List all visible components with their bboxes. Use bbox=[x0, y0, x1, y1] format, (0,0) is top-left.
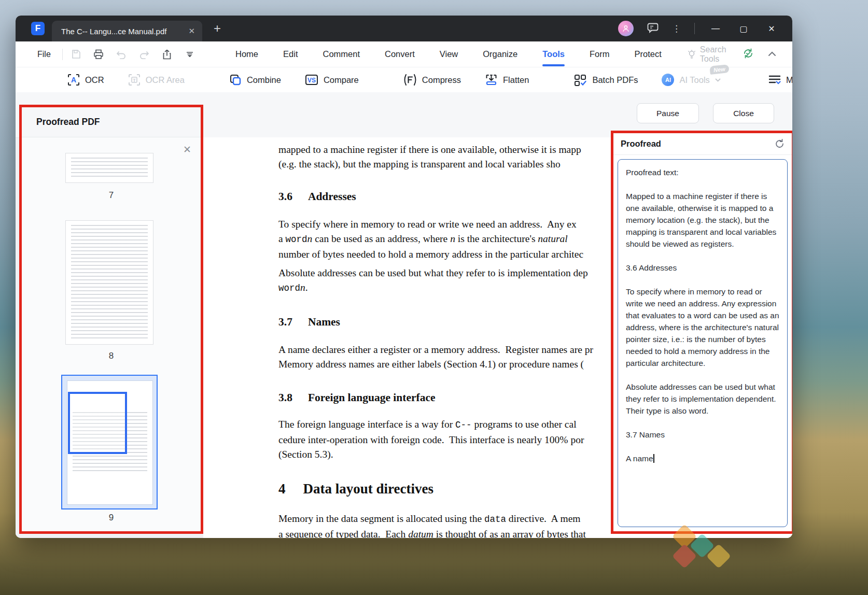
svg-text:A: A bbox=[71, 76, 76, 84]
maximize-button[interactable]: ▢ bbox=[736, 24, 751, 34]
ocr-area-label: OCR Area bbox=[146, 75, 185, 85]
undo-icon[interactable] bbox=[116, 49, 127, 60]
kebab-menu-icon[interactable]: ⋮ bbox=[672, 24, 681, 33]
redo-icon[interactable] bbox=[139, 49, 149, 60]
search-tools[interactable]: Search Tools bbox=[688, 45, 743, 64]
proofread-textarea[interactable]: Proofread text: Mapped to a machine regi… bbox=[618, 159, 788, 527]
thumbnail-content bbox=[71, 225, 148, 340]
svg-text:T: T bbox=[133, 78, 136, 83]
close-panel-icon[interactable]: ✕ bbox=[183, 144, 191, 155]
menu-form[interactable]: Form bbox=[577, 43, 622, 65]
more-button[interactable]: More bbox=[768, 74, 792, 86]
menu-comment[interactable]: Comment bbox=[310, 43, 372, 65]
batch-pdfs-label: Batch PDFs bbox=[592, 75, 638, 85]
share-icon[interactable] bbox=[162, 49, 172, 60]
ocr-area-button[interactable]: T OCR Area bbox=[128, 74, 185, 86]
collapse-toolbar-icon[interactable] bbox=[767, 50, 777, 59]
print-icon[interactable] bbox=[93, 49, 104, 60]
menubar-divider bbox=[62, 49, 63, 60]
menu-convert[interactable]: Convert bbox=[372, 43, 427, 65]
combine-label: Combine bbox=[247, 75, 281, 85]
proofread-result-panel-highlight: Proofread Proofread text: Mapped to a ma… bbox=[611, 131, 792, 534]
thumbnail-page-9-selected[interactable] bbox=[61, 375, 158, 509]
compress-label: Compress bbox=[422, 75, 461, 85]
text-cursor bbox=[653, 454, 654, 463]
ocr-label: OCR bbox=[85, 75, 104, 85]
thumbnail-content bbox=[71, 158, 148, 178]
more-label: More bbox=[786, 75, 792, 85]
pause-button[interactable]: Pause bbox=[637, 103, 699, 123]
menu-protect[interactable]: Protect bbox=[622, 43, 674, 65]
page-number: 7 bbox=[22, 190, 201, 201]
left-panel-title: Proofread PDF bbox=[36, 117, 100, 128]
flatten-label: Flatten bbox=[503, 75, 529, 85]
compress-button[interactable]: Compress bbox=[403, 74, 461, 86]
flatten-button[interactable]: Flatten bbox=[485, 74, 529, 86]
more-icon bbox=[768, 74, 781, 86]
app-window: F The C-- Langu...ce Manual.pdf ✕ + ⋮ — … bbox=[16, 16, 792, 538]
new-tab-button[interactable]: + bbox=[214, 21, 221, 36]
titlebar-divider bbox=[694, 23, 695, 34]
lightbulb-icon bbox=[688, 49, 696, 60]
sync-icon[interactable] bbox=[743, 48, 754, 61]
thumbnail-page-7[interactable] bbox=[65, 153, 153, 183]
batch-pdfs-icon bbox=[573, 74, 587, 86]
close-window-button[interactable]: ✕ bbox=[764, 24, 779, 34]
ocr-area-icon: T bbox=[128, 74, 141, 86]
menu-tools[interactable]: Tools bbox=[530, 43, 577, 65]
menu-items: Home Edit Comment Convert View Organize … bbox=[223, 43, 674, 65]
save-icon[interactable] bbox=[71, 49, 81, 60]
chevron-down-icon bbox=[715, 78, 721, 82]
menu-view[interactable]: View bbox=[427, 43, 470, 65]
compare-button[interactable]: VS Compare bbox=[305, 74, 359, 86]
thumbnail-page-8[interactable] bbox=[65, 220, 153, 345]
tab-close-icon[interactable]: ✕ bbox=[188, 26, 195, 36]
ocr-button[interactable]: A OCR bbox=[67, 74, 104, 86]
compare-icon: VS bbox=[305, 74, 318, 86]
app-logo-icon: F bbox=[31, 22, 45, 35]
avatar[interactable] bbox=[618, 21, 634, 36]
menu-organize[interactable]: Organize bbox=[470, 43, 530, 65]
close-button[interactable]: Close bbox=[713, 103, 774, 123]
svg-text:VS: VS bbox=[307, 77, 316, 84]
right-panel-header: Proofread bbox=[613, 133, 792, 155]
left-panel-header: Proofread PDF bbox=[22, 107, 201, 137]
proofread-text: Proofread text: Mapped to a machine regi… bbox=[626, 168, 781, 463]
page-number: 8 bbox=[22, 351, 201, 361]
combine-icon bbox=[229, 74, 242, 86]
ai-tools-icon: AI bbox=[662, 74, 674, 86]
menu-edit[interactable]: Edit bbox=[271, 43, 310, 65]
watermark-logo bbox=[666, 525, 734, 576]
proofread-pdf-panel-highlight: Proofread PDF ✕ 7 8 9 bbox=[19, 105, 203, 534]
refresh-icon[interactable] bbox=[775, 139, 785, 149]
compress-icon bbox=[403, 74, 417, 86]
menu-file[interactable]: File bbox=[37, 50, 51, 59]
minimize-button[interactable]: — bbox=[708, 24, 723, 33]
tab-title: The C-- Langu...ce Manual.pdf bbox=[61, 27, 183, 36]
viewport-indicator[interactable] bbox=[68, 392, 127, 454]
ai-tools-label: AI Tools bbox=[679, 75, 709, 85]
flatten-icon bbox=[485, 74, 498, 86]
ai-tools-button[interactable]: AI AI Tools New bbox=[662, 74, 720, 86]
new-badge: New bbox=[710, 64, 730, 75]
menubar: File Home Edit Comment Convert View Orga… bbox=[16, 41, 792, 67]
thumbnail-content bbox=[67, 380, 153, 505]
feedback-chat-icon[interactable] bbox=[647, 23, 659, 35]
combine-button[interactable]: Combine bbox=[229, 74, 281, 86]
compare-label: Compare bbox=[324, 75, 359, 85]
tools-toolbar: A OCR T OCR Area Combine VS Compare Comp… bbox=[16, 67, 792, 92]
menu-home[interactable]: Home bbox=[223, 43, 271, 65]
search-tools-label: Search Tools bbox=[700, 45, 743, 64]
document-tab[interactable]: The C-- Langu...ce Manual.pdf ✕ bbox=[52, 21, 202, 41]
titlebar: F The C-- Langu...ce Manual.pdf ✕ + ⋮ — … bbox=[16, 16, 792, 41]
right-panel-title: Proofread bbox=[621, 139, 775, 149]
toolbar-options-dropdown-icon[interactable] bbox=[185, 49, 195, 60]
page-number: 9 bbox=[22, 513, 201, 523]
batch-pdfs-button[interactable]: Batch PDFs bbox=[573, 74, 638, 86]
ocr-icon: A bbox=[67, 74, 80, 86]
content-area: Pause Close mapped to a machine register… bbox=[16, 92, 792, 538]
